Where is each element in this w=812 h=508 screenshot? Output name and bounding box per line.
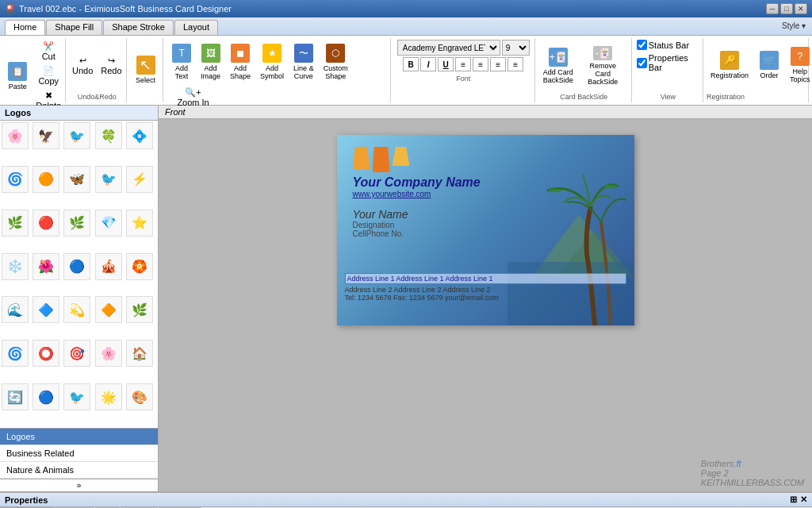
maximize-button[interactable]: □ <box>780 3 793 14</box>
list-item[interactable]: 🌺 <box>33 253 59 280</box>
expand-arrow[interactable]: » <box>0 479 158 491</box>
properties-bar-checkbox-label[interactable]: Properties Bar <box>637 53 699 72</box>
paste-button[interactable]: 📋 Paste <box>4 54 31 98</box>
list-item[interactable]: ⭕ <box>33 340 59 367</box>
list-item[interactable]: 🌀 <box>2 166 29 193</box>
list-item[interactable]: 🐦 <box>95 166 122 193</box>
company-website[interactable]: www.yourwebsite.com <box>353 190 619 198</box>
align-right-button[interactable]: ≡ <box>490 57 506 71</box>
list-item[interactable]: 🔵 <box>63 253 90 280</box>
list-item[interactable]: 🌀 <box>2 340 29 367</box>
align-left-button[interactable]: ≡ <box>455 57 471 71</box>
undo-label: Undo <box>72 66 93 75</box>
list-item[interactable]: 🐦 <box>63 122 90 149</box>
card-address: Address Line 1 Address Line 1 Address Li… <box>345 273 626 302</box>
list-item[interactable]: 🦋 <box>63 166 90 193</box>
category-nature[interactable]: Nature & Animals <box>0 462 158 479</box>
watermark-text: Brothers.ft Page 2 KEITHMILLERBASS.COM <box>701 459 804 487</box>
person-phone[interactable]: CellPhone No. <box>353 229 619 238</box>
list-item[interactable]: 🌸 <box>95 340 122 367</box>
list-item[interactable]: 🌟 <box>95 383 122 410</box>
address-line-2[interactable]: Address Line 2 Address Line 2 Address Li… <box>345 286 626 294</box>
redo-label: Redo <box>101 66 121 75</box>
redo-button[interactable]: ↪ Redo <box>98 54 124 77</box>
bold-button[interactable]: B <box>403 57 419 71</box>
list-item[interactable]: 🌿 <box>63 210 90 237</box>
person-name[interactable]: Your Name <box>353 208 619 221</box>
help-topics-button[interactable]: ? HelpTopics <box>786 43 812 87</box>
company-name[interactable]: Your Company Name <box>353 175 619 190</box>
logo-box-3 <box>393 147 410 166</box>
list-item[interactable]: 🎪 <box>95 253 122 280</box>
undo-button[interactable]: ↩ Undo <box>69 54 96 77</box>
underline-button[interactable]: U <box>438 57 454 71</box>
copy-button[interactable]: 📄 Copy <box>33 64 64 87</box>
list-item[interactable]: 🔷 <box>33 296 59 323</box>
list-item[interactable]: 🦅 <box>33 122 59 149</box>
add-symbol-button[interactable]: ★ AddSymbol <box>256 40 288 84</box>
list-item[interactable]: 🌿 <box>126 296 153 323</box>
custom-shape-button[interactable]: ⬡ CustomShape <box>320 40 352 84</box>
tab-shape-fill[interactable]: Shape Fill <box>46 20 102 35</box>
list-item[interactable]: 🔵 <box>33 383 59 410</box>
business-card[interactable]: Your Company Name www.yourwebsite.com Yo… <box>337 135 634 325</box>
list-item[interactable]: 🌊 <box>2 296 29 323</box>
status-bar-checkbox[interactable] <box>637 40 647 50</box>
list-item[interactable]: 🔴 <box>33 210 59 237</box>
cut-button[interactable]: ✂️ Cut <box>33 40 64 63</box>
list-item[interactable]: 🎨 <box>126 383 153 410</box>
address-tel[interactable]: Tel: 1234 5678 Fax: 1234 5679 your@email… <box>345 294 626 302</box>
cut-icon: ✂️ <box>43 41 54 52</box>
list-item[interactable]: 💠 <box>126 122 153 149</box>
person-designation[interactable]: Designation <box>353 221 619 229</box>
canvas-inner[interactable]: Your Company Name www.yourwebsite.com Yo… <box>159 119 812 341</box>
list-item[interactable]: 💎 <box>95 210 122 237</box>
add-card-backside-button[interactable]: +🃏 Add CardBackSide <box>540 44 576 88</box>
status-bar-checkbox-label[interactable]: Status Bar <box>637 40 699 50</box>
prop-close-button[interactable]: ✕ <box>800 495 807 505</box>
tab-home[interactable]: Home <box>5 20 45 35</box>
list-item[interactable]: 🎯 <box>63 340 90 367</box>
select-button[interactable]: ↖ Select <box>132 48 159 92</box>
list-item[interactable]: 🔄 <box>2 383 29 410</box>
tab-shape-stroke[interactable]: Shape Stroke <box>103 20 174 35</box>
category-business[interactable]: Business Related <box>0 445 158 462</box>
align-center-button[interactable]: ≡ <box>473 57 488 71</box>
card-backside-group: +🃏 Add CardBackSide -🃏 Remove CardBackSi… <box>537 38 632 102</box>
add-image-button[interactable]: 🖼 AddImage <box>197 40 224 84</box>
minimize-button[interactable]: ─ <box>766 3 779 14</box>
prop-float-button[interactable]: ⊞ <box>790 495 797 505</box>
add-text-button[interactable]: T AddText <box>168 40 195 84</box>
list-item[interactable]: ⚡ <box>126 166 153 193</box>
left-panel-footer: Logoes Business Related Nature & Animals… <box>0 428 158 491</box>
justify-button[interactable]: ≡ <box>508 57 523 71</box>
category-logoes[interactable]: Logoes <box>0 429 158 445</box>
list-item[interactable]: 🍀 <box>95 122 122 149</box>
order-button[interactable]: 🛒 Order <box>756 43 783 87</box>
remove-card-backside-button[interactable]: -🃏 Remove CardBackSide <box>578 44 628 88</box>
ribbon-tab-bar: Home Shape Fill Shape Stroke Layout Styl… <box>0 17 812 35</box>
list-item[interactable]: 🟠 <box>33 166 59 193</box>
line-curve-button[interactable]: 〜 Line &Curve <box>289 40 318 84</box>
order-icon: 🛒 <box>760 51 779 70</box>
registration-button[interactable]: 🔑 Registration <box>707 43 753 87</box>
close-button[interactable]: ✕ <box>795 3 807 14</box>
font-size-select[interactable]: 9 <box>502 40 530 56</box>
paste-icon: 📋 <box>8 62 27 81</box>
draw-group: T AddText 🖼 AddImage ◼ AddShape ★ AddSym… <box>165 38 391 102</box>
list-item[interactable]: ❄️ <box>2 253 29 280</box>
list-item[interactable]: 🏵️ <box>126 253 153 280</box>
list-item[interactable]: 🌿 <box>2 210 29 237</box>
properties-bar-checkbox[interactable] <box>637 58 647 68</box>
italic-button[interactable]: I <box>420 57 436 71</box>
list-item[interactable]: 🏠 <box>126 340 153 367</box>
list-item[interactable]: 🐦 <box>63 383 90 410</box>
list-item[interactable]: 💫 <box>63 296 90 323</box>
tab-layout[interactable]: Layout <box>174 20 218 35</box>
list-item[interactable]: 🌸 <box>2 122 29 149</box>
list-item[interactable]: 🔶 <box>95 296 122 323</box>
font-name-select[interactable]: Academy Engraved LET <box>397 40 500 56</box>
address-line-1[interactable]: Address Line 1 Address Line 1 Address Li… <box>345 273 626 284</box>
add-shape-button[interactable]: ◼ AddShape <box>226 40 255 84</box>
list-item[interactable]: ⭐ <box>126 210 153 237</box>
